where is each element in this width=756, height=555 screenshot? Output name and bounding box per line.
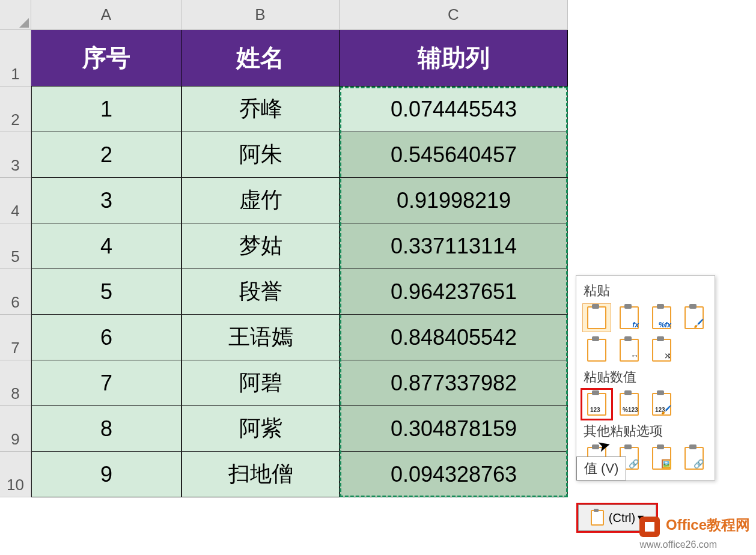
row-header[interactable]: 3	[0, 132, 31, 178]
cell[interactable]: 虚竹	[181, 178, 340, 223]
paste-values-icon[interactable]: 123	[582, 390, 611, 419]
cell[interactable]: 8	[31, 406, 181, 452]
paste-formulas-number-icon[interactable]: %fx	[647, 303, 676, 332]
row-header[interactable]: 10	[0, 452, 31, 497]
cell[interactable]: 4	[31, 223, 181, 269]
clipboard-icon	[591, 510, 604, 526]
cell[interactable]: 7	[31, 360, 181, 406]
paste-linked-picture-icon[interactable]: 🔗	[680, 444, 709, 473]
cell[interactable]: 2	[31, 132, 181, 178]
cell[interactable]: 1	[31, 86, 181, 132]
cell[interactable]: 阿碧	[181, 360, 340, 406]
row-header[interactable]: 6	[0, 269, 31, 315]
cell[interactable]: 阿紫	[181, 406, 340, 452]
cell[interactable]: 5	[31, 269, 181, 315]
table-header[interactable]: 姓名	[181, 30, 340, 86]
cell[interactable]: 阿朱	[181, 132, 340, 178]
watermark-url: www.office26.com	[639, 539, 717, 550]
paste-formatting-icon[interactable]: 🖌️	[680, 303, 709, 332]
col-header-C[interactable]: C	[340, 0, 568, 30]
cell[interactable]: 王语嫣	[181, 315, 340, 360]
table-header[interactable]: 辅助列	[340, 30, 568, 86]
ctrl-label: (Ctrl)	[609, 511, 635, 525]
cell[interactable]: 3	[31, 178, 181, 223]
select-all-corner[interactable]	[0, 0, 31, 30]
table-header[interactable]: 序号	[31, 30, 181, 86]
office-logo-icon	[639, 517, 660, 537]
cell[interactable]: 乔峰	[181, 86, 340, 132]
cell[interactable]: 6	[31, 315, 181, 360]
cell[interactable]: 9	[31, 452, 181, 497]
cell[interactable]: 扫地僧	[181, 452, 340, 497]
cell[interactable]: 0.877337982	[340, 360, 568, 406]
cell[interactable]: 0.91998219	[340, 178, 568, 223]
cell[interactable]: 0.848405542	[340, 315, 568, 360]
paste-picture-icon[interactable]: 🖼️	[647, 444, 676, 473]
row-header[interactable]: 8	[0, 360, 31, 406]
cell[interactable]: 0.304878159	[340, 406, 568, 452]
col-header-A[interactable]: A	[31, 0, 181, 30]
paste-icon[interactable]	[582, 303, 611, 332]
cell[interactable]: 0.337113114	[340, 223, 568, 269]
paste-no-borders-icon[interactable]	[582, 336, 611, 365]
cell[interactable]: 0.545640457	[340, 132, 568, 178]
paste-transpose-icon[interactable]: ⤭	[647, 336, 676, 365]
paste-values-number-icon[interactable]: %123	[615, 390, 644, 419]
row-header[interactable]: 7	[0, 315, 31, 360]
cell[interactable]: 梦姑	[181, 223, 340, 269]
col-header-B[interactable]: B	[181, 0, 340, 30]
watermark-title: Office教程网	[666, 517, 750, 533]
cell[interactable]: 0.094328763	[340, 452, 568, 497]
row-header[interactable]: 9	[0, 406, 31, 452]
row-header[interactable]: 1	[0, 30, 31, 86]
paste-section-label: 粘贴	[584, 282, 711, 300]
paste-values-format-icon[interactable]: 123🖌️	[647, 390, 676, 419]
row-header[interactable]: 5	[0, 223, 31, 269]
cell[interactable]: 0.074445543	[340, 86, 568, 132]
paste-values-tooltip: 值 (V)	[576, 456, 626, 481]
paste-options-menu: 粘贴 fx %fx 🖌️ ↔ ⤭ 粘贴数值 123 %123 123🖌️ 其他粘…	[576, 275, 715, 481]
paste-formulas-icon[interactable]: fx	[615, 303, 644, 332]
paste-keep-width-icon[interactable]: ↔	[615, 336, 644, 365]
cell[interactable]: 0.964237651	[340, 269, 568, 315]
row-header[interactable]: 4	[0, 178, 31, 223]
watermark: Office教程网 www.office26.com	[639, 517, 750, 550]
row-header[interactable]: 2	[0, 86, 31, 132]
paste-values-section-label: 粘贴数值	[584, 368, 711, 386]
cell[interactable]: 段誉	[181, 269, 340, 315]
